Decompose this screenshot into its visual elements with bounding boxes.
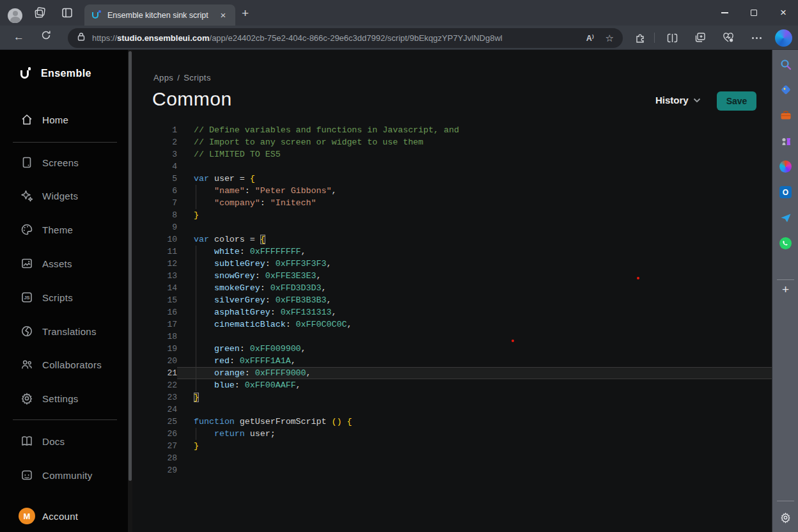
code-line[interactable]: 11 white: 0xFFFFFFFF, (132, 246, 772, 258)
code-line[interactable]: 15 silverGrey: 0xFFB3B3B3, (132, 294, 772, 306)
line-number: 9 (132, 221, 177, 233)
sidebar-item-scripts[interactable]: JS Scripts (0, 289, 128, 306)
code-line[interactable]: 25function getUserFromScript () { (132, 416, 772, 428)
code-line[interactable]: 29 (132, 464, 772, 476)
sidebar-search-icon[interactable] (779, 58, 792, 71)
code-line[interactable]: 17 cinematicBlack: 0xFF0C0C0C, (132, 318, 772, 331)
profile-avatar-icon[interactable] (8, 8, 22, 23)
code-line[interactable]: 6 "name": "Peter Gibbons", (132, 185, 772, 197)
sidebar-item-widgets[interactable]: Widgets (0, 187, 128, 204)
url-text[interactable]: https://studio.ensembleui.com/app/e24402… (92, 33, 586, 43)
line-number: 10 (132, 233, 177, 246)
line-number: 18 (132, 331, 177, 343)
browser-essentials-icon[interactable] (721, 30, 736, 45)
refresh-button[interactable] (40, 29, 52, 44)
line-number: 19 (132, 343, 177, 355)
sidebar-item-theme[interactable]: Theme (0, 221, 128, 238)
sidebar-scrollbar[interactable] (128, 50, 132, 532)
sidebar-item-community[interactable]: Community (0, 467, 128, 483)
code-line[interactable]: 8} (132, 209, 772, 221)
code-line[interactable]: 24 (132, 403, 772, 416)
sidebar-item-home[interactable]: Home (0, 111, 128, 128)
code-line[interactable]: 12 subtleGrey: 0xFFF3F3F3, (132, 258, 772, 270)
code-line[interactable]: 3// LIMITED TO ES5 (132, 148, 772, 160)
code-line[interactable]: 28 (132, 452, 772, 464)
code-line[interactable]: 13 snowGrey: 0xFFE3E3E3, (132, 270, 772, 282)
code-line[interactable]: 2// Import to any screen or widget to us… (132, 136, 772, 148)
tab-close-icon[interactable]: × (217, 10, 229, 20)
line-number: 7 (132, 197, 177, 209)
code-line[interactable]: 26 return user; (132, 428, 772, 440)
copilot-icon[interactable] (775, 29, 792, 47)
sidebar-item-translations[interactable]: Translations (0, 323, 128, 340)
window-maximize-button[interactable] (739, 0, 769, 26)
red-dot-marker (512, 340, 514, 342)
breadcrumb-scripts[interactable]: Scripts (184, 73, 211, 82)
sidebar-outlook-icon[interactable]: O (779, 185, 792, 199)
split-screen-icon[interactable] (664, 30, 680, 45)
code-line[interactable]: 16 asphaltGrey: 0xFF131313, (132, 306, 772, 318)
line-number: 25 (132, 416, 177, 428)
sidebar-item-settings[interactable]: Settings (0, 390, 128, 407)
address-bar[interactable]: https://studio.ensembleui.com/app/e24402… (68, 28, 623, 48)
account-avatar: M (19, 508, 35, 524)
collections-icon[interactable] (692, 30, 708, 45)
favorite-star-icon[interactable]: ☆ (606, 33, 614, 44)
scrollbar-thumb[interactable] (129, 51, 132, 481)
code-line[interactable]: 22 blue: 0xFF00AAFF, (132, 379, 772, 391)
sidebar-send-plane-icon[interactable] (779, 211, 792, 224)
sidebar-item-screens[interactable]: Screens (0, 154, 128, 171)
code-line[interactable]: 27} (132, 440, 772, 452)
line-number: 14 (132, 282, 177, 294)
history-dropdown[interactable]: History (655, 95, 701, 106)
back-button[interactable]: ← (13, 31, 24, 43)
code-line[interactable]: 23} (132, 391, 772, 403)
sidebar-item-collaborators[interactable]: Collaborators (0, 356, 128, 373)
collaborators-people-icon (20, 358, 33, 371)
code-line[interactable]: 4 (132, 160, 772, 173)
tab-strip: Ensemble kitchen sink script × + × (0, 0, 798, 26)
sidebar-tools-icon[interactable] (779, 109, 792, 122)
code-line[interactable]: 19 green: 0xFF009900, (132, 343, 772, 355)
assets-image-icon (20, 257, 33, 270)
docs-book-icon (20, 435, 33, 448)
sidebar-shopping-icon[interactable] (779, 83, 792, 97)
code-editor[interactable]: 1// Define variables and functions in Ja… (132, 124, 772, 476)
code-line[interactable]: 1// Define variables and functions in Ja… (132, 124, 772, 136)
code-line[interactable]: 20 red: 0xFFFF1A1A, (132, 355, 772, 367)
sidebar-whatsapp-icon[interactable] (779, 237, 792, 250)
line-number: 8 (132, 209, 177, 221)
workspaces-icon[interactable] (34, 6, 47, 22)
code-line[interactable]: 21 orange: 0xFFFF9000, (132, 367, 772, 379)
sidebar-item-docs[interactable]: Docs (0, 433, 128, 450)
code-line[interactable]: 18 (132, 331, 772, 343)
page-content: Ensemble Home Screens Widgets Theme (0, 50, 798, 532)
window-minimize-button[interactable] (710, 0, 739, 26)
sidebar-divider (777, 501, 794, 501)
sidebar-brand[interactable]: Ensemble (0, 65, 128, 82)
lock-icon[interactable] (77, 32, 86, 44)
new-tab-button[interactable]: + (242, 6, 249, 20)
settings-more-icon[interactable] (749, 30, 764, 45)
sidebar-item-assets[interactable]: Assets (0, 255, 128, 272)
code-line[interactable]: 10var colors = { (132, 233, 772, 246)
read-aloud-icon[interactable]: A) (586, 33, 594, 43)
red-dot-marker (637, 277, 639, 279)
line-number: 29 (132, 464, 177, 476)
sidebar-add-icon[interactable]: + (779, 283, 792, 297)
save-button[interactable]: Save (717, 91, 756, 111)
line-number: 21 (132, 367, 177, 379)
browser-tab[interactable]: Ensemble kitchen sink script × (84, 4, 235, 26)
code-line[interactable]: 5var user = { (132, 173, 772, 185)
breadcrumb-apps[interactable]: Apps (153, 73, 173, 82)
sidebar-account[interactable]: M Account (0, 508, 128, 524)
code-line[interactable]: 7 "company": "Initech" (132, 197, 772, 209)
sidebar-games-icon[interactable] (779, 134, 792, 148)
tab-actions-icon[interactable] (61, 7, 73, 21)
sidebar-settings-gear-icon[interactable] (779, 511, 792, 524)
code-line[interactable]: 9 (132, 221, 772, 233)
sidebar-m365-icon[interactable] (779, 160, 792, 173)
extensions-icon[interactable] (633, 30, 648, 45)
code-line[interactable]: 14 smokeGrey: 0xFFD3D3D3, (132, 282, 772, 294)
window-close-button[interactable]: × (769, 0, 798, 26)
